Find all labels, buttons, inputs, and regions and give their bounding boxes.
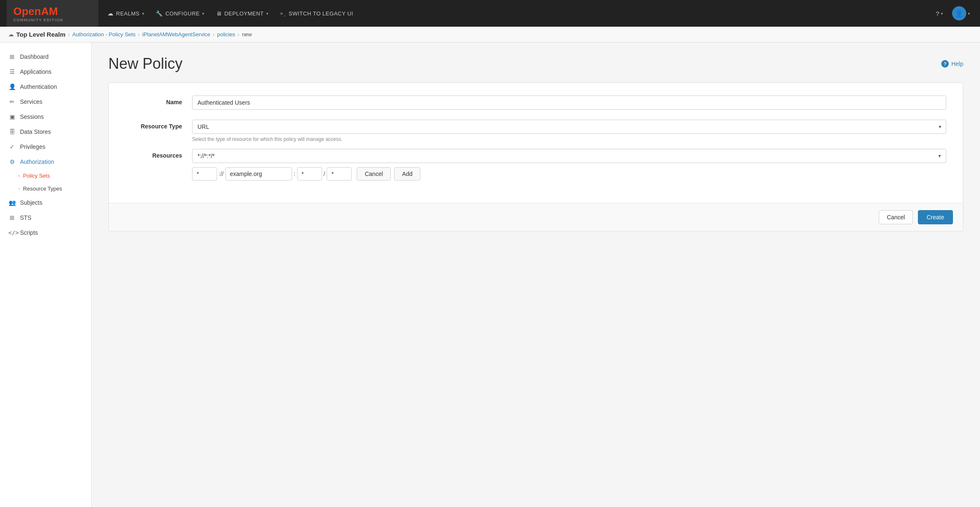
name-input-area (192, 95, 946, 110)
authorization-icon: ⚙ (8, 158, 16, 165)
privileges-icon: ✓ (8, 143, 16, 150)
chevron-down-icon-2: ▾ (202, 11, 205, 16)
resources-dropdown-value: *://*:*/* (198, 153, 215, 159)
form-row-resources: Resources *://*:*/* ▾ :// (125, 149, 946, 181)
subjects-icon: 👥 (8, 199, 16, 206)
sidebar: ⊞ Dashboard ☰ Applications 👤 Authenticat… (0, 43, 92, 507)
resource-type-label: Resource Type (125, 120, 192, 130)
breadcrumb-policies[interactable]: policies (217, 31, 235, 38)
nav-item-realms[interactable]: ☁ REALMS ▾ (102, 7, 150, 20)
port-slash-separator: / (324, 171, 325, 177)
sidebar-item-dashboard[interactable]: ⊞ Dashboard (0, 49, 91, 64)
resource-type-hint: Select the type of resource for which th… (192, 136, 946, 142)
logo-open: Open (13, 5, 41, 18)
sidebar-item-authentication[interactable]: 👤 Authentication (0, 79, 91, 94)
sidebar-sub-resource-types[interactable]: › Resource Types (0, 182, 91, 195)
nav-right: ? ▾ 👤 ▾ (932, 5, 973, 22)
deploy-icon: 🖥 (216, 10, 222, 17)
resource-type-select[interactable]: URL (192, 120, 946, 134)
form-row-resource-type: Resource Type URL ▾ Select the type of r… (125, 120, 946, 142)
user-avatar-btn[interactable]: 👤 ▾ (949, 5, 973, 22)
breadcrumb-new: new (242, 31, 252, 38)
sidebar-policy-sets-label: Policy Sets (23, 173, 50, 179)
nav-item-deployment[interactable]: 🖥 DEPLOYMENT ▾ (210, 7, 275, 20)
sidebar-item-privileges[interactable]: ✓ Privileges (0, 139, 91, 154)
form-footer: Cancel Create (109, 203, 963, 231)
nav-item-legacy[interactable]: >_ SWITCH TO LEGACY UI (275, 7, 359, 20)
sidebar-scripts-label: Scripts (20, 229, 38, 236)
cloud-icon: ☁ (108, 10, 114, 17)
cancel-inline-button[interactable]: Cancel (357, 167, 391, 181)
sidebar-subjects-label: Subjects (20, 199, 42, 206)
add-inline-button[interactable]: Add (394, 167, 420, 181)
nav-item-configure[interactable]: 🔧 CONFIGURE ▾ (150, 7, 210, 20)
realm-title: Top Level Realm (16, 31, 65, 38)
breadcrumb-sep-2: › (138, 31, 140, 38)
services-icon: ✏ (8, 98, 16, 105)
sidebar-services-label: Services (20, 98, 42, 105)
resource-host-input[interactable] (225, 167, 292, 181)
cancel-button[interactable]: Cancel (879, 210, 913, 224)
resources-inline-editor: :// : / Cancel Add (192, 167, 946, 181)
nav-configure-label: CONFIGURE (165, 10, 200, 17)
breadcrumb-policy-sets[interactable]: Authorization - Policy Sets (72, 31, 135, 38)
sidebar-item-scripts[interactable]: </> Scripts (0, 225, 91, 240)
sidebar-dashboard-label: Dashboard (20, 53, 49, 60)
sidebar-sub-policy-sets[interactable]: › Policy Sets (0, 169, 91, 182)
resources-dropdown-chevron: ▾ (938, 153, 941, 159)
resource-scheme-input[interactable] (192, 167, 217, 181)
nav-items: ☁ REALMS ▾ 🔧 CONFIGURE ▾ 🖥 DEPLOYMENT ▾ … (102, 7, 359, 20)
page-header: New Policy ? Help (108, 55, 963, 73)
breadcrumb-service[interactable]: iPlanetAMWebAgentService (142, 31, 210, 38)
create-button[interactable]: Create (918, 210, 953, 224)
sidebar-authorization-label: Authorization (20, 158, 54, 165)
form-row-name: Name (125, 95, 946, 110)
user-chevron: ▾ (968, 11, 970, 16)
sidebar-item-sessions[interactable]: ▣ Sessions (0, 109, 91, 124)
nav-realms-label: REALMS (116, 10, 140, 17)
page-title: New Policy (108, 55, 182, 73)
avatar: 👤 (952, 6, 966, 20)
resources-dropdown[interactable]: *://*:*/* ▾ (192, 149, 946, 163)
terminal-icon: >_ (280, 11, 286, 16)
sidebar-item-datastores[interactable]: 🗄 Data Stores (0, 124, 91, 139)
dashboard-icon: ⊞ (8, 53, 16, 60)
sidebar-item-subjects[interactable]: 👥 Subjects (0, 195, 91, 210)
sidebar-item-authorization[interactable]: ⚙ Authorization (0, 154, 91, 169)
chevron-down-icon: ▾ (142, 11, 145, 16)
resource-types-chevron: › (18, 186, 20, 191)
resources-label: Resources (125, 149, 192, 159)
scheme-separator: :// (219, 171, 224, 177)
resources-dropdown-wrapper: *://*:*/* ▾ (192, 149, 946, 163)
sidebar-privileges-label: Privileges (20, 143, 45, 150)
help-nav-btn[interactable]: ? ▾ (932, 8, 947, 20)
question-icon: ? (936, 10, 939, 17)
policy-sets-chevron: › (18, 173, 20, 178)
help-label: Help (951, 60, 963, 67)
applications-icon: ☰ (8, 68, 16, 75)
logo-area: OpenAM COMMUNITY EDITION (7, 0, 98, 27)
sidebar-applications-label: Applications (20, 68, 52, 75)
host-colon-separator: : (294, 171, 295, 177)
sidebar-datastores-label: Data Stores (20, 128, 51, 135)
breadcrumb-sep-3: › (213, 31, 215, 38)
nav-deployment-label: DEPLOYMENT (224, 10, 264, 17)
sidebar-item-sts[interactable]: ⊞ STS (0, 210, 91, 225)
sidebar-resource-types-label: Resource Types (23, 186, 62, 192)
sidebar-sts-label: STS (20, 214, 31, 221)
nav-legacy-label: SWITCH TO LEGACY UI (289, 10, 353, 17)
help-button[interactable]: ? Help (941, 60, 963, 68)
resource-path-input[interactable] (327, 167, 352, 181)
datastores-icon: 🗄 (8, 128, 16, 135)
sidebar-item-services[interactable]: ✏ Services (0, 94, 91, 109)
form-body: Name Resource Type URL ▾ (109, 83, 963, 203)
chevron-down-icon-3: ▾ (266, 11, 269, 16)
sidebar-item-applications[interactable]: ☰ Applications (0, 64, 91, 79)
resource-port-input[interactable] (297, 167, 322, 181)
name-input[interactable] (192, 95, 946, 110)
form-card: Name Resource Type URL ▾ (108, 83, 963, 231)
logo-am: AM (41, 5, 58, 18)
wrench-icon: 🔧 (156, 10, 163, 17)
breadcrumb-bar: ☁ Top Level Realm › Authorization - Poli… (0, 27, 980, 43)
authentication-icon: 👤 (8, 83, 16, 90)
